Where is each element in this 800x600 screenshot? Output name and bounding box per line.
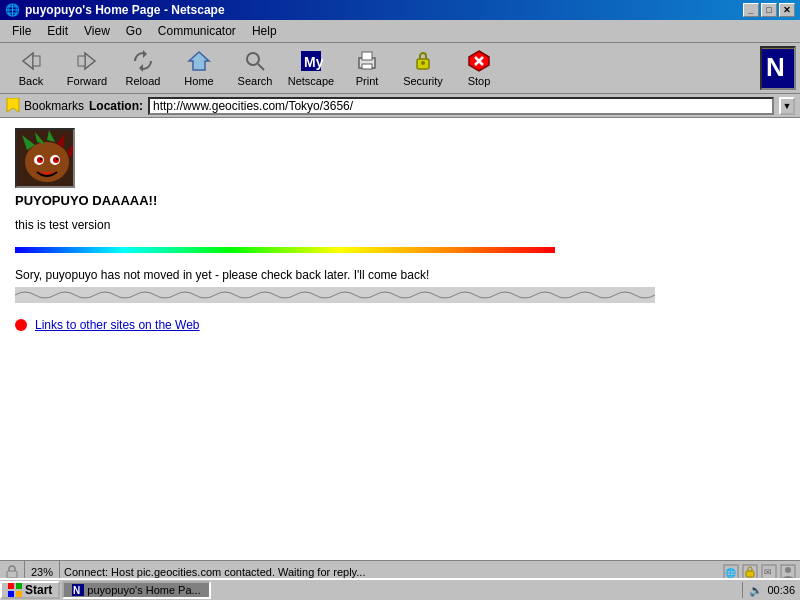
netscape-label: Netscape (288, 75, 334, 87)
page-description: this is test version (15, 218, 785, 232)
home-icon (187, 49, 211, 73)
print-button[interactable]: Print (340, 46, 394, 90)
taskbar: Start N puyopuyo's Home Pa... 🔊 00:36 (0, 578, 800, 600)
svg-rect-3 (78, 56, 85, 66)
svg-rect-41 (746, 571, 754, 577)
search-label: Search (238, 75, 273, 87)
svg-point-32 (37, 157, 43, 163)
links-section: Links to other sites on the Web (15, 318, 785, 332)
windows-logo (8, 583, 22, 597)
location-dropdown[interactable]: ▼ (779, 97, 795, 115)
menu-edit[interactable]: Edit (39, 22, 76, 40)
svg-marker-5 (139, 64, 143, 72)
print-icon (355, 49, 379, 73)
forward-button[interactable]: Forward (60, 46, 114, 90)
security-icon (411, 49, 435, 73)
menu-help[interactable]: Help (244, 22, 285, 40)
search-icon (243, 49, 267, 73)
svg-rect-46 (8, 583, 14, 589)
title-bar: 🌐 puyopuyo's Home Page - Netscape _ □ ✕ (0, 0, 800, 20)
title-bar-text: puyopuyo's Home Page - Netscape (25, 3, 225, 17)
forward-icon (75, 49, 99, 73)
svg-marker-4 (143, 50, 147, 58)
stop-button[interactable]: Stop (452, 46, 506, 90)
svg-rect-37 (7, 571, 17, 578)
links-text[interactable]: Links to other sites on the Web (35, 318, 200, 332)
security-label: Security (403, 75, 443, 87)
menu-bar: File Edit View Go Communicator Help (0, 20, 800, 43)
svg-point-15 (421, 61, 425, 65)
red-bullet-icon (15, 319, 27, 331)
print-label: Print (356, 75, 379, 87)
page-heading: PUYOPUYO DAAAAA!! (15, 193, 785, 208)
svg-marker-0 (23, 53, 33, 69)
status-text: Connect: Host pic.geocities.com contacte… (64, 566, 719, 578)
content-area: PUYOPUYO DAAAAA!! this is test version S… (0, 118, 800, 560)
svg-point-33 (53, 157, 59, 163)
svg-text:N: N (766, 52, 785, 82)
svg-text:🌐: 🌐 (725, 567, 737, 579)
svg-rect-12 (362, 52, 372, 60)
netscape-button[interactable]: My Netscape (284, 46, 338, 90)
menu-view[interactable]: View (76, 22, 118, 40)
svg-marker-22 (7, 98, 19, 112)
netscape-icon: My (299, 49, 323, 73)
wave-svg (15, 287, 655, 303)
title-bar-icon: 🌐 (5, 3, 20, 17)
minimize-button[interactable]: _ (743, 3, 759, 17)
svg-marker-6 (189, 52, 209, 70)
forward-label: Forward (67, 75, 107, 87)
stop-icon (467, 49, 491, 73)
close-button[interactable]: ✕ (779, 3, 795, 17)
reload-button[interactable]: Reload (116, 46, 170, 90)
location-input[interactable] (148, 97, 774, 115)
taskbar-speaker-icon: 🔊 (748, 582, 764, 598)
stop-label: Stop (468, 75, 491, 87)
reload-label: Reload (126, 75, 161, 87)
svg-rect-13 (362, 64, 372, 69)
title-bar-left: 🌐 puyopuyo's Home Page - Netscape (5, 3, 225, 17)
back-label: Back (19, 75, 43, 87)
bookmarks-icon[interactable]: Bookmarks (5, 98, 84, 114)
wave-bar (15, 287, 655, 303)
start-button[interactable]: Start (0, 581, 60, 599)
menu-file[interactable]: File (4, 22, 39, 40)
svg-rect-48 (8, 591, 14, 597)
menu-go[interactable]: Go (118, 22, 150, 40)
netscape-logo: N (760, 46, 796, 90)
search-button[interactable]: Search (228, 46, 282, 90)
taskbar-task-label: puyopuyo's Home Pa... (87, 584, 200, 596)
reload-icon (131, 49, 155, 73)
svg-point-34 (40, 158, 42, 160)
taskbar-task[interactable]: N puyopuyo's Home Pa... (62, 581, 210, 599)
svg-rect-49 (16, 591, 22, 597)
home-button[interactable]: Home (172, 46, 226, 90)
taskbar-task-icon: N (72, 584, 84, 596)
back-button[interactable]: Back (4, 46, 58, 90)
title-bar-buttons: _ □ ✕ (743, 3, 795, 17)
svg-point-7 (247, 53, 259, 65)
page-thumbnail (17, 130, 75, 188)
menu-communicator[interactable]: Communicator (150, 22, 244, 40)
page-image (15, 128, 75, 188)
start-label: Start (25, 583, 52, 597)
toolbar: Back Forward Reload Home Search My Netsc… (0, 43, 800, 94)
clock: 00:36 (767, 584, 795, 596)
maximize-button[interactable]: □ (761, 3, 777, 17)
svg-point-35 (56, 158, 58, 160)
back-icon (19, 49, 43, 73)
svg-point-45 (785, 567, 791, 573)
location-label: Location: (89, 99, 143, 113)
svg-text:N: N (73, 585, 80, 596)
sorry-text: Sory, puyopuyo has not moved in yet - pl… (15, 268, 785, 282)
security-button[interactable]: Security (396, 46, 450, 90)
svg-rect-47 (16, 583, 22, 589)
svg-marker-2 (85, 53, 95, 69)
rainbow-bar (15, 247, 555, 253)
taskbar-right: 🔊 00:36 (742, 582, 800, 598)
svg-line-8 (258, 64, 264, 70)
svg-text:✉: ✉ (764, 567, 772, 577)
home-label: Home (184, 75, 213, 87)
svg-rect-1 (33, 56, 40, 66)
svg-text:My: My (304, 54, 323, 70)
